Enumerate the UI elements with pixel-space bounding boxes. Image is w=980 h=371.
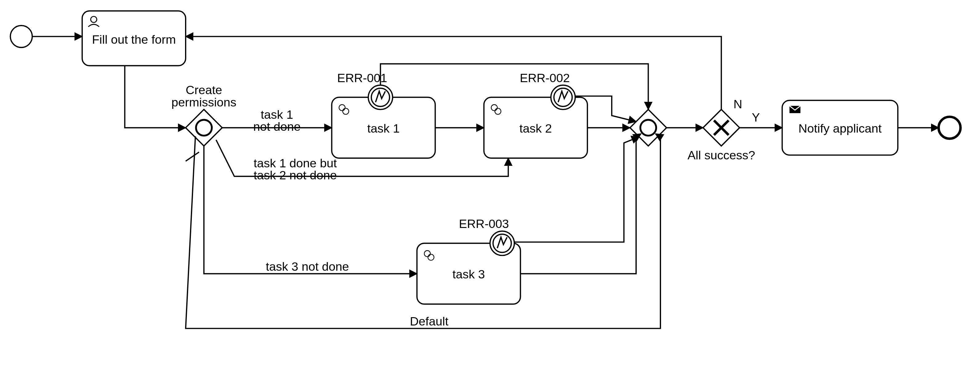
error-boundary-2: [551, 85, 575, 109]
task-fill-form-label: Fill out the form: [92, 33, 176, 46]
edge-t1-not-done-1: task 1: [261, 108, 293, 121]
err-2-label: ERR-002: [520, 71, 570, 85]
bpmn-diagram: Fill out the form Create permissions tas…: [0, 0, 980, 371]
gateway-no-label: N: [733, 97, 742, 111]
task-1-label: task 1: [367, 122, 399, 135]
gateway-all-success-label: All success?: [687, 148, 755, 162]
error-boundary-3: [490, 231, 514, 255]
default-slash: [186, 152, 199, 161]
start-event: [11, 25, 32, 48]
edge-t1-not-done-2: not done: [253, 120, 301, 133]
gateway-create-perm-label-2: permissions: [172, 95, 237, 109]
task-2-label: task 2: [519, 122, 552, 135]
task-3-label: task 3: [453, 267, 485, 281]
error-boundary-1: [368, 85, 393, 109]
envelope-icon: [789, 106, 800, 113]
task-notify-label: Notify applicant: [799, 122, 881, 135]
edge-t3-not-done: task 3 not done: [266, 260, 349, 273]
end-event: [939, 117, 961, 139]
gateway-all-success: [703, 109, 740, 146]
gateway-create-perm-label-1: Create: [186, 83, 222, 97]
err-1-label: ERR-001: [337, 71, 387, 85]
flow-no-to-fillform: [186, 36, 721, 109]
edge-default: Default: [410, 314, 448, 328]
edge-t1done-t2not-2: task 2 not done: [254, 168, 337, 182]
err-3-label: ERR-003: [459, 217, 509, 230]
edge-t1done-t2not-1: task 1 done but: [254, 156, 337, 170]
gateway-yes-label: Y: [752, 111, 760, 124]
